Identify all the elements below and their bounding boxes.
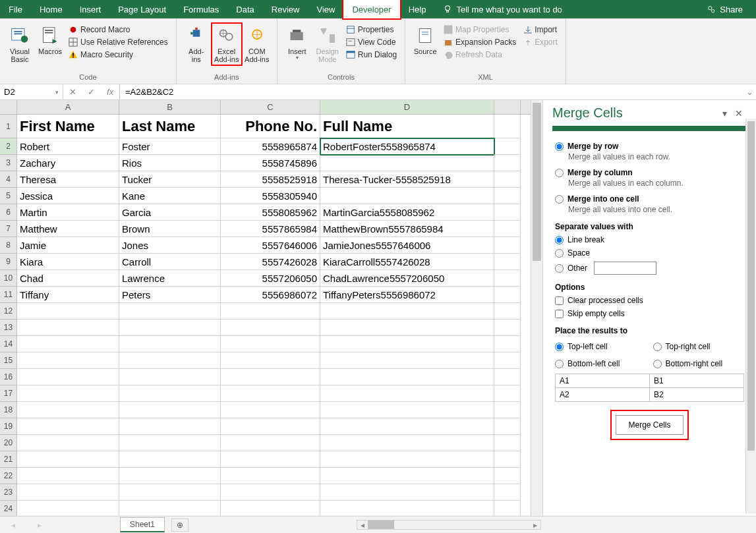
cell[interactable] bbox=[320, 352, 494, 369]
cell[interactable] bbox=[494, 204, 521, 221]
row-header[interactable]: 17 bbox=[0, 385, 17, 402]
cell[interactable] bbox=[221, 402, 320, 418]
cell[interactable] bbox=[17, 451, 119, 468]
excel-addins-button[interactable]: Excel Add-ins bbox=[212, 24, 241, 65]
cell[interactable] bbox=[119, 369, 221, 385]
vertical-scrollbar[interactable] bbox=[531, 100, 542, 516]
expansion-packs-button[interactable]: Expansion Packs bbox=[441, 36, 519, 48]
cell[interactable] bbox=[119, 320, 221, 336]
col-header-e[interactable] bbox=[494, 100, 521, 114]
row-header[interactable]: 7 bbox=[0, 221, 17, 237]
cell[interactable]: MatthewBrown5557865984 bbox=[320, 221, 494, 237]
cell[interactable]: Phone No. bbox=[221, 115, 320, 138]
cell[interactable]: Garcia bbox=[119, 204, 221, 221]
cell[interactable] bbox=[320, 484, 494, 501]
scrollbar-thumb[interactable] bbox=[533, 103, 541, 261]
row-header[interactable]: 1 bbox=[0, 115, 17, 138]
merge-one-cell-radio[interactable] bbox=[555, 195, 564, 204]
cell[interactable] bbox=[494, 138, 521, 155]
cell[interactable]: TiffanyPeters5556986072 bbox=[320, 287, 494, 303]
record-macro-button[interactable]: Record Macro bbox=[66, 24, 171, 36]
cell[interactable] bbox=[320, 336, 494, 352]
cell[interactable]: Jamie bbox=[17, 237, 119, 254]
row-header[interactable]: 18 bbox=[0, 402, 17, 418]
cell[interactable] bbox=[221, 385, 320, 402]
row-header[interactable]: 24 bbox=[0, 501, 17, 516]
cell[interactable] bbox=[494, 501, 521, 516]
row-header[interactable]: 21 bbox=[0, 451, 17, 468]
cell[interactable]: Last Name bbox=[119, 115, 221, 138]
cell[interactable] bbox=[494, 171, 521, 188]
cell[interactable]: Jones bbox=[119, 237, 221, 254]
insert-control-button[interactable]: Insert ▾ bbox=[283, 24, 312, 63]
cell[interactable]: Full Name bbox=[320, 115, 494, 138]
spreadsheet-grid[interactable]: A B C D 1First NameLast NamePhone No.Ful… bbox=[0, 100, 531, 516]
formula-input[interactable]: =A2&B2&C2 bbox=[120, 84, 743, 99]
cell[interactable]: Foster bbox=[119, 138, 221, 155]
row-header[interactable]: 12 bbox=[0, 303, 17, 320]
cell[interactable]: 5558965874 bbox=[221, 138, 320, 155]
row-header[interactable]: 13 bbox=[0, 320, 17, 336]
use-relative-button[interactable]: Use Relative References bbox=[66, 36, 171, 48]
cell[interactable] bbox=[119, 402, 221, 418]
macro-security-button[interactable]: Macro Security bbox=[66, 49, 171, 61]
merge-by-row-radio[interactable] bbox=[555, 142, 564, 151]
cell[interactable] bbox=[494, 155, 521, 171]
select-all-corner[interactable] bbox=[0, 100, 17, 114]
row-header[interactable]: 5 bbox=[0, 188, 17, 204]
cell[interactable] bbox=[494, 336, 521, 352]
cell[interactable]: 5558085962 bbox=[221, 204, 320, 221]
cell[interactable] bbox=[494, 188, 521, 204]
cell[interactable] bbox=[494, 385, 521, 402]
cell[interactable] bbox=[119, 468, 221, 484]
cell[interactable] bbox=[17, 484, 119, 501]
cell[interactable]: Peters bbox=[119, 287, 221, 303]
cell[interactable] bbox=[221, 303, 320, 320]
col-header-a[interactable]: A bbox=[17, 100, 119, 114]
place-br-radio[interactable] bbox=[653, 360, 662, 368]
cell[interactable] bbox=[320, 402, 494, 418]
cell[interactable] bbox=[119, 451, 221, 468]
row-header[interactable]: 10 bbox=[0, 270, 17, 287]
cell[interactable] bbox=[494, 484, 521, 501]
cell[interactable] bbox=[320, 385, 494, 402]
pane-scrollbar-thumb[interactable] bbox=[747, 121, 755, 451]
cell[interactable]: 5557206050 bbox=[221, 270, 320, 287]
menu-help[interactable]: Help bbox=[400, 0, 435, 18]
tell-me[interactable]: Tell me what you want to do bbox=[434, 0, 570, 18]
cell[interactable] bbox=[221, 352, 320, 369]
cell[interactable] bbox=[17, 336, 119, 352]
row-header[interactable]: 11 bbox=[0, 287, 17, 303]
cell[interactable] bbox=[221, 369, 320, 385]
cell[interactable] bbox=[494, 115, 521, 138]
com-addins-button[interactable]: COM Add-ins bbox=[243, 24, 272, 65]
cell[interactable]: Martin bbox=[17, 204, 119, 221]
cell[interactable] bbox=[17, 385, 119, 402]
cell[interactable]: 5557426028 bbox=[221, 254, 320, 270]
fx-icon[interactable]: fx bbox=[107, 87, 113, 97]
cell[interactable]: 5557865984 bbox=[221, 221, 320, 237]
sheet-tab-1[interactable]: Sheet1 bbox=[120, 517, 165, 532]
cell[interactable] bbox=[17, 320, 119, 336]
cell[interactable]: 5558305940 bbox=[221, 188, 320, 204]
horizontal-scrollbar[interactable]: ◂▸ bbox=[357, 520, 541, 530]
cell[interactable]: 5556986072 bbox=[221, 287, 320, 303]
cell[interactable] bbox=[320, 369, 494, 385]
cell[interactable]: Carroll bbox=[119, 254, 221, 270]
row-header[interactable]: 4 bbox=[0, 171, 17, 188]
view-code-button[interactable]: View Code bbox=[343, 36, 399, 48]
cell[interactable] bbox=[221, 336, 320, 352]
cell[interactable]: 5557646006 bbox=[221, 237, 320, 254]
cell[interactable] bbox=[17, 435, 119, 451]
sep-space-radio[interactable] bbox=[555, 249, 564, 258]
cell[interactable] bbox=[320, 418, 494, 435]
cell[interactable] bbox=[494, 468, 521, 484]
enter-icon[interactable]: ✓ bbox=[88, 87, 95, 97]
cell[interactable] bbox=[494, 320, 521, 336]
place-tr-radio[interactable] bbox=[653, 343, 662, 351]
cell[interactable] bbox=[119, 352, 221, 369]
sep-other-radio[interactable] bbox=[555, 264, 564, 273]
menu-developer[interactable]: Developer bbox=[343, 0, 399, 18]
cell[interactable]: KiaraCarroll5557426028 bbox=[320, 254, 494, 270]
skip-empty-check[interactable] bbox=[555, 310, 564, 318]
